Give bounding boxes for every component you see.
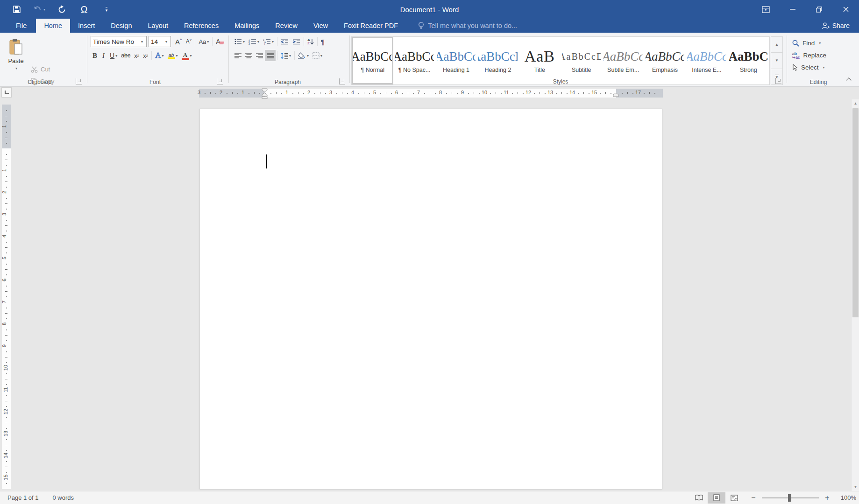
styles-scroll-down-button[interactable]: ▼ [771,53,783,69]
styles-dialog-launcher[interactable] [775,78,781,84]
first-line-indent-marker[interactable] [262,88,268,92]
grow-font-button[interactable]: A˄ [173,36,184,47]
style-normal[interactable]: AaBbCc¶ Normal [352,37,393,84]
bullets-dropdown[interactable]: ▾ [243,40,245,44]
close-button[interactable] [832,0,859,19]
scroll-down-arrow[interactable]: ▼ [852,483,859,491]
shading-dropdown[interactable]: ▾ [307,54,309,58]
find-button[interactable]: Find▾ [792,37,821,49]
paste-dropdown[interactable]: ▾ [15,66,17,70]
borders-button[interactable]: ▾ [311,50,324,61]
font-color-button[interactable]: A ▾ [180,50,194,61]
italic-button[interactable]: I [99,50,108,61]
style-title[interactable]: AaBTitle [519,37,561,84]
find-dropdown[interactable]: ▾ [819,41,821,45]
tab-references[interactable]: References [176,19,227,33]
document-page[interactable] [199,109,662,490]
increase-indent-button[interactable] [291,36,302,47]
zoom-percentage[interactable]: 100% [837,494,856,501]
tab-layout[interactable]: Layout [140,19,176,33]
tab-review[interactable]: Review [267,19,305,33]
style-heading-1[interactable]: AaBbCcHeading 1 [435,37,477,84]
numbering-dropdown[interactable]: ▾ [257,40,259,44]
underline-button[interactable]: U▾ [108,50,119,61]
tab-design[interactable]: Design [103,19,140,33]
change-case-button[interactable]: Aa▾ [197,36,211,47]
tab-selector-button[interactable] [1,87,12,98]
borders-dropdown[interactable]: ▾ [320,54,322,58]
multilevel-list-button[interactable]: 1ai ▾ [261,36,276,47]
style-emphasis[interactable]: AaBbCcEmphasis [644,37,686,84]
repeat-button[interactable] [50,0,73,19]
align-right-button[interactable] [254,50,265,61]
align-center-button[interactable] [243,50,254,61]
style-heading-2[interactable]: AaBbCcDHeading 2 [477,37,518,84]
justify-button[interactable] [265,50,276,61]
styles-scroll-up-button[interactable]: ▲ [771,36,783,53]
clipboard-dialog-launcher[interactable] [76,78,82,84]
scroll-thumb[interactable] [852,108,859,317]
text-effects-dropdown[interactable]: ▾ [162,54,164,58]
undo-button[interactable]: ▾ [28,0,50,19]
paste-button[interactable]: Paste ▾ [3,35,29,78]
ribbon-display-options-button[interactable] [753,0,779,19]
multilevel-dropdown[interactable]: ▾ [272,40,274,44]
strikethrough-button[interactable]: abc [119,50,132,61]
minimize-button[interactable] [779,0,806,19]
collapse-ribbon-button[interactable] [845,76,852,83]
zoom-in-button[interactable]: + [824,494,831,502]
tab-view[interactable]: View [305,19,336,33]
tell-me-box[interactable]: Tell me what you want to do... [418,19,517,33]
style-strong[interactable]: AaBbCStrong [728,37,769,84]
save-button[interactable] [6,0,28,19]
paragraph-dialog-launcher[interactable] [339,78,345,84]
highlight-color-button[interactable]: ab ▾ [166,50,180,61]
word-count-status[interactable]: 0 words [53,494,74,501]
underline-dropdown[interactable]: ▾ [115,54,117,58]
text-effects-button[interactable]: A▾ [153,50,165,61]
select-dropdown[interactable]: ▾ [823,65,825,70]
shading-button[interactable]: ▾ [296,50,311,61]
scroll-up-arrow[interactable]: ▲ [852,99,859,107]
replace-button[interactable]: ab ↪ac Replace [792,49,826,61]
numbering-button[interactable]: 123 ▾ [247,36,261,47]
share-button[interactable]: Share [816,19,855,33]
zoom-slider[interactable] [762,497,819,498]
select-button[interactable]: Select▾ [792,62,825,73]
font-dialog-launcher[interactable] [217,78,223,84]
cut-button[interactable]: Cut [31,63,50,75]
tab-file[interactable]: File [7,19,36,33]
print-layout-button[interactable] [708,492,725,504]
style-no-spac[interactable]: AaBbCc¶ No Spac... [393,37,435,84]
clear-formatting-button[interactable]: A [214,36,227,47]
style-subtle-em[interactable]: AaBbCcSubtle Em... [602,37,644,84]
line-spacing-button[interactable]: ▾ [279,50,293,61]
bold-button[interactable]: B [91,50,99,61]
web-layout-button[interactable] [725,492,743,504]
sort-button[interactable]: AZ [305,36,316,47]
show-hide-pilcrow-button[interactable]: ¶ [319,36,327,47]
style-subtitle[interactable]: AaBbCcDSubtitle [561,37,602,84]
tab-home[interactable]: Home [36,19,70,33]
read-mode-button[interactable] [690,492,708,504]
font-color-dropdown[interactable]: ▾ [190,54,192,58]
bullets-button[interactable]: ▾ [233,36,247,47]
insert-symbol-button[interactable]: Ω [73,0,95,19]
customize-qat-button[interactable]: ▾ [95,0,118,19]
tab-foxit-reader-pdf[interactable]: Foxit Reader PDF [336,19,406,33]
align-left-button[interactable] [233,50,243,61]
undo-dropdown[interactable]: ▾ [43,7,45,12]
font-name-combo[interactable]: Times New Ro ▾ [91,36,147,47]
decrease-indent-button[interactable] [279,36,291,47]
zoom-slider-handle[interactable] [788,494,791,502]
hanging-indent-marker[interactable] [262,93,268,99]
page-count-status[interactable]: Page 1 of 1 [7,494,39,501]
tab-mailings[interactable]: Mailings [227,19,267,33]
superscript-button[interactable]: x2 [141,50,150,61]
shrink-font-button[interactable]: A˅ [184,36,194,47]
style-intense-e[interactable]: AaBbCcIntense E... [686,37,727,84]
right-indent-marker[interactable] [613,93,619,97]
font-size-combo[interactable]: 14 ▾ [149,36,171,47]
tab-insert[interactable]: Insert [70,19,103,33]
restore-button[interactable] [806,0,832,19]
